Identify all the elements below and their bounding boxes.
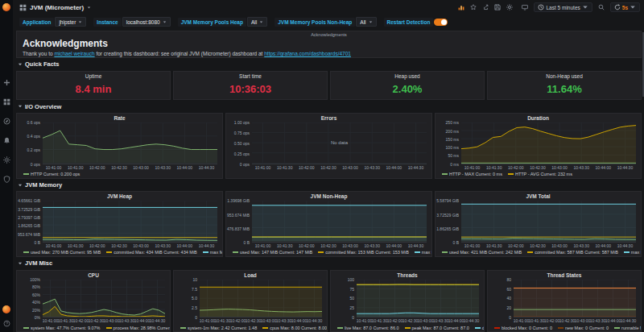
stat-value: 2.40% — [331, 79, 484, 100]
legend-item-committed[interactable]: committed Max: 587 MiB Current: 587 MiB — [527, 250, 618, 255]
x-axis-tick: 10:43:30 — [590, 318, 605, 323]
y-axis-tick: 10 — [192, 277, 197, 282]
author-link[interactable]: michael weirauch — [54, 51, 94, 56]
star-icon[interactable] — [470, 4, 477, 10]
chart-legend: live Max: 87.0 Current: 86.0peak Max: 87… — [331, 324, 484, 331]
legend-item-blocked[interactable]: blocked Max: 0 Current: 0 — [494, 326, 552, 330]
x-axis-tick: 10:44:30 — [464, 318, 479, 323]
alerting-bell-icon[interactable] — [3, 137, 10, 144]
y-axis-tick: 7.5 — [192, 287, 197, 292]
x-axis-tick: 10:42:00 — [89, 243, 105, 248]
server-admin-shield-icon[interactable] — [3, 176, 10, 183]
panel-title[interactable]: Non-Heap used — [488, 72, 641, 79]
x-axis-tick: 10:42:00 — [73, 318, 89, 323]
x-axis-tick: 10:41:00 — [464, 165, 480, 170]
y-axis-tick: 953.674 MiB — [227, 213, 250, 218]
y-axis-tick: 953.674 MiB — [18, 232, 40, 237]
chevron-down-icon — [18, 261, 23, 266]
legend-item-HTTP - MAX[interactable]: HTTP - MAX Current: 0 ms — [442, 172, 502, 176]
legend-item-committed[interactable]: committed Max: 153 MiB Current: 153 MiB — [318, 250, 409, 255]
filter-application: Application jhipster — [19, 17, 86, 27]
chart-legend: used Max: 421 MiB Current: 242 MiBcommit… — [436, 249, 641, 256]
chart-title[interactable]: JVM Total — [436, 192, 641, 200]
legend-item-daemon[interactable]: daemon Max: 9.0 Current: 9.0 — [475, 326, 484, 330]
y-axis-tick: 80% — [32, 284, 40, 289]
chart-title[interactable]: Errors — [226, 114, 431, 122]
legend-item-max[interactable]: max Max: 3.880 GiB Current: 3.880 GiB — [203, 250, 222, 255]
panel-load: Load02.55.07.51010:41:0010:41:3010:42:00… — [173, 270, 328, 332]
add-panel-icon[interactable] — [458, 4, 464, 10]
row-header-io-overview[interactable]: I/O Overview — [16, 102, 642, 110]
grafana-logo-icon[interactable] — [2, 3, 10, 11]
help-question-icon[interactable] — [3, 320, 10, 327]
panel-title[interactable]: Uptime — [17, 72, 170, 79]
x-axis-tick: 10:41:00 — [514, 318, 529, 323]
row-header-jvm-misc[interactable]: JVM Misc — [16, 259, 642, 268]
dashboard-source-link[interactable]: https://grafana.com/dashboards/4701 — [264, 51, 351, 56]
legend-item-committed[interactable]: committed Max: 434 MiB Current: 434 MiB — [106, 250, 197, 255]
panel-title[interactable]: Heap used — [331, 72, 484, 79]
panel-title[interactable]: Start time — [174, 72, 327, 79]
nonheap-pools-dropdown[interactable]: All — [356, 17, 376, 27]
legend-item-used[interactable]: used Max: 147 MiB Current: 147 MiB — [233, 250, 312, 255]
x-axis-tick: 10:44:00 — [177, 165, 192, 170]
x-axis-tick: 10:41:00 — [255, 165, 270, 170]
legend-item-runnable[interactable]: runnable Max: 16 Current: 16 — [614, 326, 641, 330]
x-axis-tick: 10:41:30 — [486, 243, 502, 248]
y-axis-tick: 4.65661 GiB — [18, 198, 40, 203]
y-axis-tick: 5.58794 GiB — [436, 198, 459, 203]
create-plus-icon[interactable] — [3, 79, 10, 86]
legend-item-used[interactable]: used Max: 270 MiB Current: 95 MiB — [23, 250, 101, 255]
legend-item-process[interactable]: process Max: 28.98% Current: 0.79% — [106, 326, 170, 330]
chevron-down-icon — [163, 20, 167, 24]
chevron-down-icon — [18, 104, 23, 109]
settings-gear-icon[interactable] — [506, 4, 513, 10]
restart-detection-toggle[interactable] — [434, 19, 448, 26]
zoom-out-icon[interactable] — [598, 4, 605, 10]
dashboard-title-button[interactable]: JVM (Micrometer) — [19, 4, 91, 11]
chart-title[interactable]: JVM Non-Heap — [226, 192, 431, 200]
legend-item-live[interactable]: live Max: 87.0 Current: 86.0 — [337, 326, 399, 330]
explore-compass-icon[interactable] — [3, 118, 10, 125]
legend-item-system-1m[interactable]: system-1m Max: 2.42 Current: 1.48 — [180, 326, 257, 330]
chevron-down-icon — [18, 183, 23, 188]
filter-restart-detection: Restart Detection — [384, 18, 448, 27]
y-axis-tick: 250 ms — [446, 120, 459, 125]
chart-title[interactable]: Rate — [17, 114, 222, 122]
chart-legend: HTTP Current: 0.200 ops — [17, 171, 222, 178]
legend-item-cpus[interactable]: cpus Max: 8.00 Current: 8.00 — [262, 326, 327, 330]
y-axis-tick: 0 — [352, 315, 354, 320]
legend-item-HTTP[interactable]: HTTP Current: 0.200 ops — [23, 172, 80, 176]
instance-dropdown[interactable]: localhost:8080 — [122, 17, 171, 27]
y-axis-tick: 0 — [509, 315, 511, 320]
dashboards-icon[interactable] — [3, 98, 10, 106]
x-axis-tick: 10:41:00 — [43, 318, 58, 323]
legend-item-max[interactable]: max Max: 1.236 GiB Current: 1.236 GiB — [415, 250, 431, 255]
legend-item-HTTP - AVG[interactable]: HTTP - AVG Current: 232 ms — [508, 172, 572, 176]
time-range-picker[interactable]: Last 5 minutes — [534, 2, 592, 12]
row-header-jvm-memory[interactable]: JVM Memory — [16, 181, 642, 189]
refresh-picker[interactable]: 5s — [610, 2, 640, 12]
legend-item-peak[interactable]: peak Max: 87.0 Current: 87.0 — [405, 326, 469, 330]
tv-mode-icon[interactable] — [522, 4, 528, 10]
y-axis-tick: 50 — [349, 296, 354, 301]
chart-legend: used Max: 147 MiB Current: 147 MiBcommit… — [226, 249, 431, 256]
legend-item-max[interactable]: max Max: 5.116 GiB Current: 5.116 GiB — [624, 250, 641, 255]
legend-item-new[interactable]: new Max: 0 Current: 0 — [558, 326, 609, 330]
chart-title[interactable]: Duration — [436, 114, 641, 122]
panel-title[interactable]: Acknowledgments — [17, 32, 641, 37]
panel-nonheap-used: Non-Heap used 11.64% — [487, 71, 642, 101]
user-avatar[interactable] — [2, 305, 10, 313]
chart-legend: system Max: 47.7% Current: 9.07%process … — [17, 324, 170, 331]
legend-item-used[interactable]: used Max: 421 MiB Current: 242 MiB — [442, 250, 522, 255]
application-dropdown[interactable]: jhipster — [55, 17, 86, 27]
configuration-gear-icon[interactable] — [3, 156, 10, 164]
x-axis-tick: 10:43:00 — [133, 243, 148, 248]
legend-item-system[interactable]: system Max: 47.7% Current: 9.07% — [23, 326, 101, 330]
save-icon[interactable] — [494, 4, 501, 10]
heap-pools-dropdown[interactable]: All — [247, 17, 267, 27]
chart-title[interactable]: JVM Heap — [17, 192, 222, 200]
share-icon[interactable] — [482, 4, 489, 10]
chevron-down-icon — [87, 6, 91, 10]
row-header-quick-facts[interactable]: Quick Facts — [16, 60, 642, 68]
